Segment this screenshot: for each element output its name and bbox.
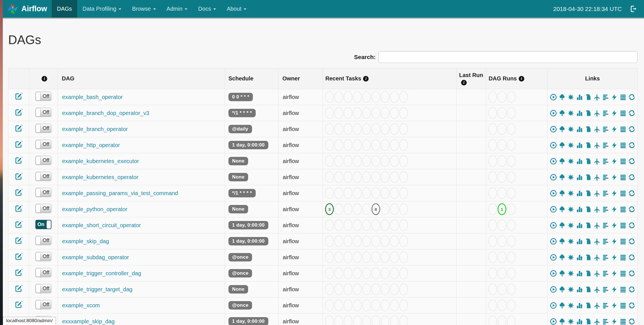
code-view-icon[interactable] <box>611 302 618 309</box>
task-duration-icon[interactable] <box>576 254 583 261</box>
dag-run-circle[interactable] <box>488 251 497 263</box>
recent-task-circle[interactable] <box>390 315 399 325</box>
landing-times-icon[interactable] <box>593 206 600 213</box>
dag-run-circle[interactable] <box>488 91 497 103</box>
dag-link[interactable]: example_xcom <box>62 302 100 308</box>
recent-task-circle[interactable] <box>325 155 334 167</box>
dag-run-circle[interactable] <box>507 219 516 231</box>
recent-task-circle[interactable] <box>371 123 380 135</box>
dag-pause-toggle[interactable]: Off <box>35 124 51 133</box>
recent-task-circle[interactable] <box>344 203 352 215</box>
recent-task-circle[interactable] <box>353 219 362 231</box>
refresh-icon[interactable] <box>628 158 635 165</box>
recent-task-circle[interactable] <box>334 187 343 199</box>
recent-task-circle[interactable] <box>353 267 362 279</box>
graph-view-icon[interactable] <box>567 94 574 101</box>
recent-task-circle[interactable] <box>399 123 408 135</box>
dag-run-circle[interactable] <box>488 219 497 231</box>
logs-icon[interactable] <box>620 238 627 245</box>
recent-task-circle[interactable] <box>344 315 352 325</box>
tree-view-icon[interactable] <box>559 238 566 245</box>
dag-run-circle[interactable] <box>488 235 497 247</box>
logs-icon[interactable] <box>620 302 627 309</box>
refresh-icon[interactable] <box>628 174 635 181</box>
recent-task-circle[interactable] <box>381 283 389 295</box>
dag-run-circle[interactable] <box>507 107 516 119</box>
recent-task-circle[interactable] <box>325 123 334 135</box>
trigger-dag-icon[interactable] <box>550 94 557 101</box>
recent-task-circle[interactable] <box>353 91 362 103</box>
recent-task-circle[interactable] <box>362 123 371 135</box>
recent-task-circle[interactable] <box>399 251 408 263</box>
recent-task-circle[interactable] <box>381 299 389 311</box>
recent-task-circle[interactable] <box>399 107 408 119</box>
nav-item-dags[interactable]: DAGs <box>52 0 77 18</box>
trigger-dag-icon[interactable] <box>550 286 557 293</box>
recent-task-circle[interactable] <box>325 235 334 247</box>
recent-task-circle[interactable] <box>381 123 389 135</box>
recent-task-circle[interactable] <box>325 187 334 199</box>
refresh-icon[interactable] <box>628 190 635 197</box>
task-duration-icon[interactable] <box>576 142 583 149</box>
recent-task-circle[interactable] <box>334 107 343 119</box>
airflow-brand[interactable]: Airflow <box>3 0 52 18</box>
dag-run-circle[interactable] <box>498 187 506 199</box>
logs-icon[interactable] <box>620 94 627 101</box>
dag-link[interactable]: example_kubernetes_executor <box>62 158 139 164</box>
dag-run-circle[interactable] <box>488 315 497 325</box>
dag-run-circle[interactable] <box>488 171 497 183</box>
refresh-icon[interactable] <box>628 286 635 293</box>
edit-dag-icon[interactable] <box>15 125 22 132</box>
gantt-view-icon[interactable] <box>602 254 609 261</box>
graph-view-icon[interactable] <box>567 270 574 277</box>
graph-view-icon[interactable] <box>567 286 574 293</box>
dag-run-circle[interactable] <box>498 123 506 135</box>
task-tries-icon[interactable] <box>585 286 592 293</box>
task-tries-icon[interactable] <box>585 270 592 277</box>
recent-task-circle[interactable] <box>353 299 362 311</box>
edit-dag-icon[interactable] <box>15 221 22 228</box>
tree-view-icon[interactable] <box>559 270 566 277</box>
search-input[interactable] <box>378 51 638 63</box>
landing-times-icon[interactable] <box>593 174 600 181</box>
recent-task-circle[interactable] <box>353 107 362 119</box>
recent-task-circle[interactable] <box>381 139 389 151</box>
tree-view-icon[interactable] <box>559 158 566 165</box>
refresh-icon[interactable] <box>628 206 635 213</box>
dag-run-circle[interactable] <box>498 171 506 183</box>
recent-task-circle[interactable] <box>353 139 362 151</box>
landing-times-icon[interactable] <box>593 270 600 277</box>
recent-task-circle[interactable] <box>381 235 389 247</box>
recent-task-circle[interactable] <box>362 203 371 215</box>
graph-view-icon[interactable] <box>567 158 574 165</box>
logout-icon[interactable] <box>630 5 637 13</box>
trigger-dag-icon[interactable] <box>550 110 557 117</box>
dag-run-circle[interactable] <box>507 315 516 325</box>
graph-view-icon[interactable] <box>567 126 574 133</box>
task-duration-icon[interactable] <box>576 302 583 309</box>
landing-times-icon[interactable] <box>593 286 600 293</box>
tree-view-icon[interactable] <box>559 142 566 149</box>
recent-task-circle[interactable] <box>381 267 389 279</box>
recent-task-circle[interactable] <box>344 187 352 199</box>
dag-pause-toggle[interactable]: Off <box>35 236 51 245</box>
dag-run-circle[interactable] <box>507 171 516 183</box>
trigger-dag-icon[interactable] <box>550 174 557 181</box>
task-duration-icon[interactable] <box>576 238 583 245</box>
recent-task-circle[interactable] <box>334 235 343 247</box>
recent-task-circle[interactable] <box>334 267 343 279</box>
dag-link[interactable]: example_subdag_operator <box>62 254 129 260</box>
recent-task-circle[interactable] <box>325 251 334 263</box>
dag-link[interactable]: example_http_operator <box>62 142 120 148</box>
code-view-icon[interactable] <box>611 110 618 117</box>
dag-run-circle[interactable] <box>488 155 497 167</box>
dag-link[interactable]: example_passing_params_via_test_command <box>62 190 178 196</box>
dag-run-circle[interactable] <box>507 267 516 279</box>
dag-run-circle[interactable] <box>488 203 497 215</box>
dag-pause-toggle[interactable]: Off <box>35 108 51 117</box>
graph-view-icon[interactable] <box>567 142 574 149</box>
edit-dag-icon[interactable] <box>15 269 22 276</box>
task-tries-icon[interactable] <box>585 222 592 229</box>
tree-view-icon[interactable] <box>559 254 566 261</box>
trigger-dag-icon[interactable] <box>550 206 557 213</box>
